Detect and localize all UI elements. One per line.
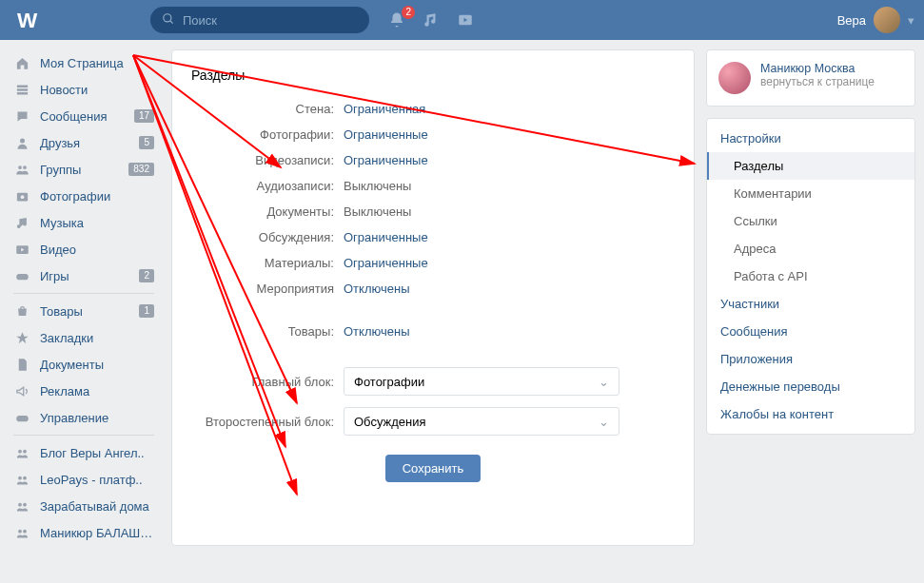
menu-sub[interactable]: Адреса (707, 235, 914, 262)
menu-sub[interactable]: Разделы (707, 152, 914, 180)
setting-value[interactable]: Ограниченная (344, 102, 425, 116)
sidebar-item-grp-1[interactable]: LeoPays - платф.. (8, 466, 160, 493)
sidebar-item-friends-3[interactable]: Друзья 5 (8, 129, 160, 156)
menu-sub[interactable]: Работа с API (707, 262, 914, 290)
sidebar-item-gamepad-4[interactable]: Управление (8, 404, 160, 431)
sidebar-item-grp-2[interactable]: Зарабатывай дома (8, 493, 160, 519)
search-box[interactable] (150, 7, 369, 33)
doc-icon (13, 356, 30, 373)
setting-label: Документы: (191, 204, 344, 219)
sidebar-label: Фотографии (40, 189, 154, 204)
username: Вера (837, 13, 866, 28)
star-icon (13, 329, 30, 346)
svg-rect-6 (16, 92, 27, 95)
group-avatar (718, 62, 751, 94)
sidebar-label: Закладки (40, 331, 154, 345)
svg-point-16 (23, 449, 27, 453)
grp-icon (13, 524, 30, 541)
sidebar-item-grp-3[interactable]: Маникюр БАЛАШИ.. (8, 519, 160, 546)
svg-rect-4 (16, 85, 27, 87)
sidebar-item-video-7[interactable]: Видео (8, 236, 160, 262)
menu-item[interactable]: Сообщения (707, 318, 914, 345)
home-icon (13, 54, 30, 71)
sidebar-label: Сообщения (40, 109, 134, 124)
msg-icon (13, 107, 30, 125)
group-card[interactable]: Маникюр Москва вернуться к странице (706, 49, 915, 107)
menu-item[interactable]: Настройки (707, 125, 914, 152)
setting-label: Мероприятия (191, 282, 344, 296)
sidebar-label: Видео (40, 243, 154, 257)
sidebar-label: Новости (40, 83, 154, 97)
menu-item[interactable]: Участники (707, 290, 914, 318)
menu-item[interactable]: Жалобы на контент (707, 400, 914, 428)
sidebar-item-grp-0[interactable]: Блог Веры Ангел.. (8, 439, 160, 466)
svg-point-1 (164, 13, 171, 21)
chevron-down-icon: ⌄ (599, 415, 609, 429)
sidebar-label: Моя Страница (40, 56, 154, 70)
sidebar-item-star-1[interactable]: Закладки (8, 324, 160, 351)
setting-row: Документы: Выключены (191, 204, 675, 219)
music-icon (13, 214, 30, 231)
setting-value[interactable]: Отключены (344, 324, 409, 339)
sidebar-item-groups-4[interactable]: Группы 832 (8, 156, 160, 183)
group-back-link[interactable]: вернуться к странице (760, 75, 875, 88)
setting-label: Главный блок: (191, 375, 344, 389)
sidebar-item-ads-3[interactable]: Реклама (8, 378, 160, 404)
svg-rect-5 (16, 88, 27, 91)
select-dropdown[interactable]: Фотографии ⌄ (344, 367, 619, 396)
setting-row: Мероприятия Отключены (191, 282, 675, 296)
main-panel: Разделы Стена: ОграниченнаяФотографии: О… (171, 49, 695, 546)
svg-point-22 (23, 529, 27, 533)
notifications-icon[interactable]: 2 (388, 11, 405, 29)
sidebar-item-photo-5[interactable]: Фотографии (8, 183, 160, 209)
music-icon[interactable] (423, 11, 440, 29)
setting-row: Фотографии: Ограниченные (191, 127, 675, 142)
setting-value[interactable]: Ограниченные (344, 230, 428, 244)
video-play-icon[interactable] (457, 11, 474, 29)
user-menu[interactable]: Вера ▾ (837, 7, 914, 33)
setting-row: Товары: Отключены (191, 324, 675, 339)
setting-row: Материалы: Ограниченные (191, 256, 675, 270)
setting-value[interactable]: Ограниченные (344, 127, 428, 142)
sidebar-item-market-0[interactable]: Товары 1 (8, 298, 160, 324)
sidebar-label: Блог Веры Ангел.. (40, 446, 154, 460)
sidebar-item-music-6[interactable]: Музыка (8, 209, 160, 236)
sidebar-item-msg-2[interactable]: Сообщения 17 (8, 103, 160, 129)
sidebar-label: Группы (40, 163, 128, 177)
sidebar-item-doc-2[interactable]: Документы (8, 351, 160, 378)
video-icon (13, 241, 30, 258)
divider (13, 435, 154, 436)
sidebar-item-home-0[interactable]: Моя Страница (8, 49, 160, 76)
feed-icon (13, 81, 30, 98)
svg-point-19 (18, 502, 22, 506)
settings-menu: НастройкиРазделыКомментарииСсылкиАдресаР… (706, 118, 915, 435)
setting-label: Материалы: (191, 256, 344, 270)
sidebar-label: Управление (40, 411, 154, 425)
setting-label: Стена: (191, 102, 344, 116)
right-column: Маникюр Москва вернуться к странице Наст… (706, 49, 915, 546)
sidebar-item-games-8[interactable]: Игры 2 (8, 262, 160, 289)
save-button[interactable]: Сохранить (385, 455, 482, 482)
vk-logo[interactable]: W (17, 6, 46, 34)
setting-value[interactable]: Выключены (344, 204, 411, 219)
select-row: Второстепенный блок: Обсуждения ⌄ (191, 407, 675, 436)
setting-value[interactable]: Отключены (344, 282, 409, 296)
search-input[interactable] (183, 13, 358, 28)
menu-sub[interactable]: Комментарии (707, 180, 914, 207)
svg-point-11 (20, 195, 24, 199)
setting-value[interactable]: Ограниченные (344, 256, 428, 270)
setting-value[interactable]: Ограниченные (344, 153, 428, 167)
search-icon (162, 12, 175, 29)
setting-row: Аудиозаписи: Выключены (191, 179, 675, 193)
setting-value[interactable]: Выключены (344, 179, 411, 193)
menu-item[interactable]: Денежные переводы (707, 373, 914, 400)
groups-icon (13, 161, 30, 178)
menu-item[interactable]: Приложения (707, 345, 914, 373)
sidebar-item-feed-1[interactable]: Новости (8, 76, 160, 103)
svg-point-9 (23, 165, 27, 169)
select-dropdown[interactable]: Обсуждения ⌄ (344, 407, 619, 436)
select-value: Обсуждения (354, 415, 426, 429)
sidebar-label: Друзья (40, 136, 139, 150)
menu-sub[interactable]: Ссылки (707, 207, 914, 235)
sidebar-label: Маникюр БАЛАШИ.. (40, 526, 154, 540)
